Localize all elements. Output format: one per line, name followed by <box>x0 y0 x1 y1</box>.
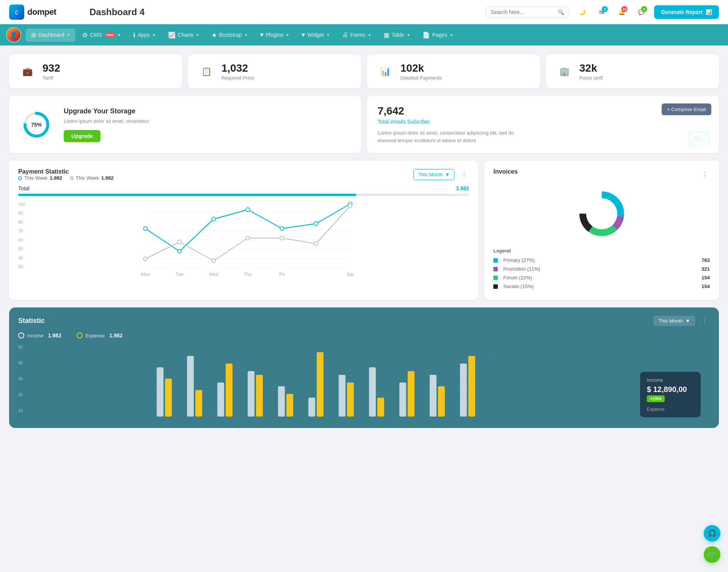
nav-item-charts[interactable]: 📈 Charts ▼ <box>163 28 205 42</box>
svg-point-11 <box>178 249 182 253</box>
stat-info-force: 32k Force tariff <box>579 62 603 81</box>
payment-chart-left: Payment Statistic This Week 1.982 This W… <box>18 168 113 181</box>
nav-item-forms[interactable]: 🖨 Forms ▼ <box>337 28 377 41</box>
legend-val-1: 1.982 <box>50 175 62 181</box>
svg-rect-49 <box>308 398 315 417</box>
this-month-button[interactable]: This Month ▼ <box>413 169 455 180</box>
svg-point-15 <box>314 222 318 226</box>
tariff-label: Tariff <box>42 75 60 81</box>
progress-bar <box>18 194 469 196</box>
nav-item-widget[interactable]: ♥ Widget ▼ <box>296 28 335 41</box>
nav-item-pages[interactable]: 📄 Pages ▼ <box>417 28 459 42</box>
svg-rect-53 <box>369 367 376 417</box>
invoices-more-icon[interactable]: ⋮ <box>700 169 710 180</box>
bell-btn[interactable]: 🔔 12 <box>615 5 628 19</box>
nav-item-plugins[interactable]: ♥ Plugins ▼ <box>255 28 295 41</box>
svg-rect-56 <box>408 371 414 417</box>
stat-info-tariff: 932 Tariff <box>42 62 60 81</box>
logo-icon: c <box>9 5 24 20</box>
cms-new-badge: New <box>105 33 115 37</box>
compose-email-button[interactable]: + Compose Email <box>662 103 711 115</box>
logo-area: c dompet <box>9 5 77 20</box>
search-box[interactable]: 🔍 <box>486 6 569 18</box>
stat-card-tariff: 💼 932 Tariff <box>9 55 182 88</box>
chat-badge: 5 <box>641 6 647 12</box>
stat-info-payments: 102k Detalled Payments <box>400 62 442 81</box>
tariff-icon: 💼 <box>18 63 36 81</box>
svg-rect-57 <box>430 375 436 417</box>
nav-item-cms[interactable]: ⚙ CMS New ▼ <box>77 28 126 42</box>
legend-label-2: This Week <box>76 175 99 181</box>
emoji-badge: 2 <box>602 6 608 12</box>
invoices-donut-container <box>493 187 710 240</box>
inv-val-forum: 154 <box>701 275 710 281</box>
storage-donut: 75% <box>21 110 52 140</box>
required-price-label: Required Price <box>221 75 254 81</box>
invoice-legend: Primary (27%) 763 Promotion (11%) 321 Fo… <box>493 257 710 289</box>
statistic-bar-chart <box>26 345 613 420</box>
y-label-90: 90 <box>18 211 25 215</box>
inv-label-promotion: Promotion (11%) <box>493 266 540 272</box>
statistic-more-icon[interactable]: ⋮ <box>700 315 710 326</box>
search-input[interactable] <box>491 9 555 15</box>
statistic-this-month-button[interactable]: This Month ▼ <box>653 316 695 326</box>
main-content: 💼 932 Tariff 📋 1,032 Required Price 📊 10… <box>0 45 728 437</box>
nav-apps-label: Apps <box>138 32 150 38</box>
nav-charts-label: Charts <box>178 32 193 38</box>
chevron-down-icon-6: ▼ <box>286 33 289 37</box>
stat-card-force-tariff: 🏢 32k Force tariff <box>546 55 719 88</box>
nav-item-bootstrap[interactable]: ★ Bootstrap ▼ <box>206 28 253 42</box>
table-icon: ▦ <box>384 31 389 39</box>
svg-point-13 <box>246 208 250 212</box>
chevron-down-icon-3: ▼ <box>152 33 156 37</box>
page-title: Dashboard 4 <box>89 7 486 17</box>
svg-text:Mon: Mon <box>141 272 150 277</box>
y-label-30: 30 <box>18 264 25 269</box>
svg-rect-42 <box>195 390 202 417</box>
y-label-50: 50 <box>18 246 25 251</box>
chart-legend: This Week 1.982 This Week 1.982 <box>18 175 113 181</box>
generate-report-button[interactable]: Generate Report 📊 <box>654 5 719 19</box>
payments-label: Detalled Payments <box>400 75 442 81</box>
required-price-value: 1,032 <box>221 62 254 74</box>
nav-bootstrap-label: Bootstrap <box>219 32 242 38</box>
chat-btn[interactable]: 💬 5 <box>634 5 648 19</box>
svg-rect-43 <box>217 382 224 417</box>
inv-label-socials: Socials (15%) <box>493 284 533 289</box>
inv-dot-primary <box>493 258 498 263</box>
moon-icon: 🌙 <box>579 9 585 15</box>
svg-point-19 <box>212 259 216 263</box>
statistic-y-axis: 50 40 30 20 10 <box>18 345 23 413</box>
statistic-legend-row: Income 1.982 Expense 1.982 <box>18 332 710 338</box>
svg-point-12 <box>212 217 216 221</box>
emoji-icon-btn[interactable]: 🛍 2 <box>595 5 609 19</box>
svg-rect-48 <box>286 394 293 417</box>
nav-forms-label: Forms <box>350 32 366 38</box>
statistic-month-label: This Month <box>659 318 683 324</box>
inv-dot-forum <box>493 276 498 280</box>
total-row: Total 3.982 <box>18 185 469 191</box>
inv-text-forum: Forum (22%) <box>503 275 532 281</box>
chevron-down-icon: ▼ <box>67 33 71 37</box>
cms-icon: ⚙ <box>82 31 88 39</box>
nav-item-table[interactable]: ▦ Table ▼ <box>378 28 416 42</box>
upgrade-button[interactable]: Upgrade <box>64 130 100 142</box>
nav-item-apps[interactable]: ℹ Apps ▼ <box>128 28 161 42</box>
bell-badge: 12 <box>621 6 628 12</box>
pages-icon: 📄 <box>422 31 430 39</box>
expense-value: 1.982 <box>109 332 122 338</box>
svg-rect-45 <box>248 371 254 417</box>
legend-item-2: This Week 1.982 <box>70 175 114 181</box>
income-amount: $ 12,890,00 <box>647 385 694 394</box>
stat-y-20: 20 <box>18 392 23 397</box>
payments-icon: 📊 <box>376 63 394 81</box>
nav-item-dashboard[interactable]: ⊞ Dashboard ▼ <box>26 28 75 42</box>
svg-text:Wed: Wed <box>209 272 218 277</box>
legend-val-2: 1.982 <box>101 175 114 181</box>
theme-toggle[interactable]: 🌙 <box>575 5 589 19</box>
chart-header-right: This Month ▼ ⋮ <box>413 169 469 180</box>
svg-rect-52 <box>347 382 354 417</box>
plugins-icon: ♥ <box>260 31 264 38</box>
legend-promotion: Promotion (11%) 321 <box>493 266 710 272</box>
more-options-icon[interactable]: ⋮ <box>459 169 469 180</box>
